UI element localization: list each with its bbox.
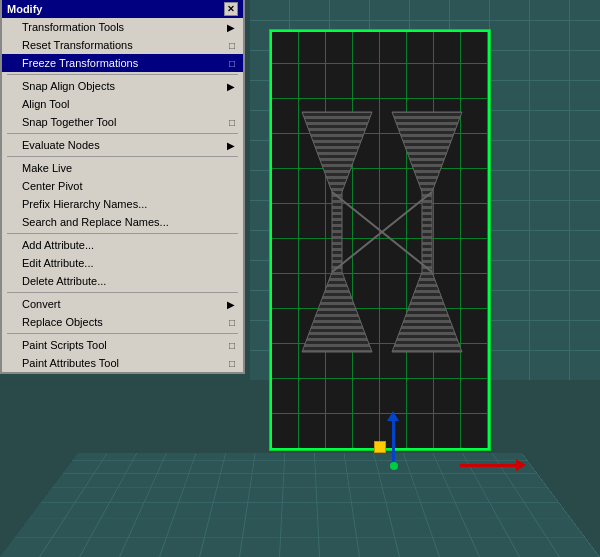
menu-item-prefix-hierarchy-names[interactable]: Prefix Hierarchy Names... [2,195,243,213]
object-design [292,92,472,392]
menu-item-label: Replace Objects [22,316,103,328]
option-box-icon: □ [229,340,235,351]
option-box-icon: □ [229,358,235,369]
menu-separator [7,74,238,75]
modify-menu-window: Modify ✕ Transformation Tools▶Reset Tran… [0,0,245,374]
menu-item-label: Search and Replace Names... [22,216,169,228]
menu-item-label: Align Tool [22,98,70,110]
menu-item-label: Reset Transformations [22,39,133,51]
menu-item-label: Convert [22,298,61,310]
y-axis-dot [390,462,398,470]
grid-floor [0,453,600,557]
menu-item-freeze-transformations[interactable]: Freeze Transformations□ [2,54,243,72]
menu-item-label: Paint Attributes Tool [22,357,119,369]
menu-item-label: Transformation Tools [22,21,124,33]
option-box-icon: □ [229,58,235,69]
menu-item-search-replace-names[interactable]: Search and Replace Names... [2,213,243,231]
menu-item-label: Delete Attribute... [22,275,106,287]
menu-item-center-pivot[interactable]: Center Pivot [2,177,243,195]
submenu-arrow-icon: ▶ [227,81,235,92]
menu-item-make-live[interactable]: Make Live [2,159,243,177]
submenu-arrow-icon: ▶ [227,22,235,33]
menu-item-label: Center Pivot [22,180,83,192]
menu-separator [7,133,238,134]
menu-item-transformation-tools[interactable]: Transformation Tools▶ [2,18,243,36]
menu-item-edit-attribute[interactable]: Edit Attribute... [2,254,243,272]
option-box-icon: □ [229,117,235,128]
menu-separator [7,233,238,234]
x-axis-arrow [460,464,520,467]
menu-item-evaluate-nodes[interactable]: Evaluate Nodes▶ [2,136,243,154]
menu-item-label: Make Live [22,162,72,174]
menu-item-add-attribute[interactable]: Add Attribute... [2,236,243,254]
menu-item-delete-attribute[interactable]: Delete Attribute... [2,272,243,290]
menu-item-align-tool[interactable]: Align Tool [2,95,243,113]
menu-item-label: Snap Together Tool [22,116,116,128]
menu-separator [7,156,238,157]
menu-separator [7,333,238,334]
menu-item-paint-attributes-tool[interactable]: Paint Attributes Tool□ [2,354,243,372]
option-box-icon: □ [229,40,235,51]
menu-item-label: Snap Align Objects [22,80,115,92]
title-bar: Modify ✕ [2,0,243,18]
transform-handle[interactable] [374,441,386,453]
menu-item-replace-objects[interactable]: Replace Objects□ [2,313,243,331]
menu-content: Transformation Tools▶Reset Transformatio… [2,18,243,372]
menu-item-label: Paint Scripts Tool [22,339,107,351]
menu-item-label: Prefix Hierarchy Names... [22,198,147,210]
menu-item-paint-scripts-tool[interactable]: Paint Scripts Tool□ [2,336,243,354]
menu-item-snap-align-objects[interactable]: Snap Align Objects▶ [2,77,243,95]
submenu-arrow-icon: ▶ [227,299,235,310]
menu-item-reset-transformations[interactable]: Reset Transformations□ [2,36,243,54]
submenu-arrow-icon: ▶ [227,140,235,151]
menu-separator [7,292,238,293]
3d-object [270,30,490,450]
window-title: Modify [7,3,42,15]
menu-item-label: Freeze Transformations [22,57,138,69]
close-button[interactable]: ✕ [224,2,238,16]
menu-item-snap-together-tool[interactable]: Snap Together Tool□ [2,113,243,131]
menu-item-label: Evaluate Nodes [22,139,100,151]
menu-item-label: Edit Attribute... [22,257,94,269]
menu-item-label: Add Attribute... [22,239,94,251]
option-box-icon: □ [229,317,235,328]
menu-item-convert[interactable]: Convert▶ [2,295,243,313]
z-axis-arrow [392,417,395,467]
